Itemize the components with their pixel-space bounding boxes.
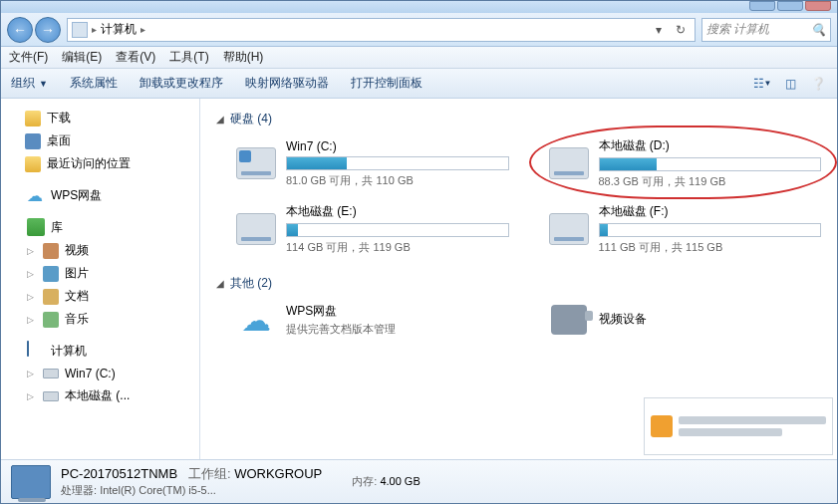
drive-item[interactable]: 本地磁盘 (D:)88.3 GB 可用，共 119 GB bbox=[549, 137, 822, 189]
sidebar-item-drive-d[interactable]: ▷本地磁盘 (... bbox=[1, 384, 199, 407]
menu-help[interactable]: 帮助(H) bbox=[223, 49, 264, 66]
item-video-device[interactable]: 视频设备 bbox=[549, 302, 822, 338]
drive-icon bbox=[236, 213, 276, 245]
computer-icon bbox=[27, 342, 45, 360]
uninstall-program-button[interactable]: 卸载或更改程序 bbox=[140, 75, 223, 92]
memory-label: 内存: bbox=[352, 475, 377, 487]
forward-button[interactable]: → bbox=[35, 17, 61, 43]
cloud-icon: ☁ bbox=[27, 186, 45, 204]
sidebar-item-pictures[interactable]: ▷图片 bbox=[1, 262, 199, 285]
open-control-panel-button[interactable]: 打开控制面板 bbox=[351, 75, 422, 92]
sidebar-item-computer[interactable]: 计算机 bbox=[1, 339, 199, 363]
section-header-hdd[interactable]: ◢硬盘 (4) bbox=[216, 111, 821, 127]
search-icon: 🔍 bbox=[811, 23, 826, 37]
sidebar-item-label: 计算机 bbox=[51, 343, 87, 360]
sidebar-item-label: 库 bbox=[51, 219, 63, 236]
capacity-bar bbox=[286, 156, 509, 170]
menu-tools[interactable]: 工具(T) bbox=[169, 49, 208, 66]
video-icon bbox=[43, 243, 59, 259]
sidebar-item-desktop[interactable]: 桌面 bbox=[1, 129, 199, 152]
menu-view[interactable]: 查看(V) bbox=[116, 49, 155, 66]
menu-edit[interactable]: 编辑(E) bbox=[62, 49, 102, 66]
sidebar-item-drive-c[interactable]: ▷Win7 (C:) bbox=[1, 363, 199, 384]
section-title: 硬盘 (4) bbox=[230, 111, 272, 127]
desktop-icon bbox=[25, 133, 41, 149]
breadcrumb-computer[interactable]: 计算机 bbox=[101, 21, 137, 38]
item-name: WPS网盘 bbox=[286, 303, 396, 320]
expander-icon[interactable]: ▷ bbox=[27, 369, 37, 378]
computer-icon bbox=[72, 22, 88, 38]
expander-icon[interactable]: ▷ bbox=[27, 292, 37, 302]
expander-icon[interactable]: ▷ bbox=[27, 391, 37, 401]
view-options-button[interactable]: ☷▼ bbox=[753, 75, 771, 93]
drive-item[interactable]: Win7 (C:)81.0 GB 可用，共 110 GB bbox=[236, 137, 509, 189]
recent-icon bbox=[25, 156, 41, 172]
download-icon bbox=[25, 111, 41, 126]
drive-status: 111 GB 可用，共 115 GB bbox=[599, 240, 822, 255]
titlebar bbox=[1, 1, 837, 13]
preview-pane-button[interactable]: ◫ bbox=[781, 75, 799, 93]
expander-icon[interactable]: ▷ bbox=[27, 315, 37, 325]
sidebar-item-music[interactable]: ▷音乐 bbox=[1, 308, 199, 331]
sidebar-item-label: 最近访问的位置 bbox=[47, 155, 131, 172]
cpu-label: 处理器: bbox=[61, 484, 97, 496]
computer-name: PC-20170512TNMB bbox=[61, 466, 177, 481]
collapse-icon: ◢ bbox=[216, 278, 224, 289]
refresh-button[interactable]: ↻ bbox=[671, 20, 691, 40]
drive-status: 88.3 GB 可用，共 119 GB bbox=[599, 174, 822, 189]
drive-name: 本地磁盘 (F:) bbox=[599, 203, 822, 220]
sidebar-item-downloads[interactable]: 下载 bbox=[1, 107, 199, 129]
drive-item[interactable]: 本地磁盘 (E:)114 GB 可用，共 119 GB bbox=[236, 203, 509, 255]
library-icon bbox=[27, 218, 45, 236]
search-input[interactable]: 搜索 计算机 🔍 bbox=[701, 18, 831, 42]
sidebar-item-documents[interactable]: ▷文档 bbox=[1, 285, 199, 308]
annotation-overlay bbox=[644, 397, 833, 455]
item-name: 视频设备 bbox=[599, 311, 647, 328]
drive-icon bbox=[43, 388, 59, 404]
sidebar-item-label: 图片 bbox=[65, 265, 89, 282]
close-button[interactable] bbox=[805, 1, 831, 11]
cloud-icon: ☁ bbox=[236, 302, 276, 338]
back-button[interactable]: ← bbox=[7, 17, 33, 43]
minimize-button[interactable] bbox=[749, 1, 775, 11]
explorer-window: ← → ▸ 计算机 ▸ ▾ ↻ 搜索 计算机 🔍 文件(F) 编辑(E) 查看(… bbox=[0, 0, 838, 504]
address-box[interactable]: ▸ 计算机 ▸ ▾ ↻ bbox=[67, 18, 696, 42]
sidebar-item-label: Win7 (C:) bbox=[65, 367, 116, 380]
search-placeholder: 搜索 计算机 bbox=[706, 21, 769, 38]
capacity-bar bbox=[599, 157, 822, 171]
drive-status: 114 GB 可用，共 119 GB bbox=[286, 240, 509, 255]
chevron-right-icon: ▸ bbox=[140, 24, 145, 35]
capacity-bar bbox=[599, 223, 822, 237]
drive-icon bbox=[549, 147, 589, 179]
expander-icon[interactable]: ▷ bbox=[27, 246, 37, 256]
sidebar-item-label: WPS网盘 bbox=[51, 187, 102, 204]
maximize-button[interactable] bbox=[777, 1, 803, 11]
sidebar-item-wps[interactable]: ☁WPS网盘 bbox=[1, 183, 199, 207]
section-title: 其他 (2) bbox=[230, 275, 272, 292]
workgroup-label: 工作组: bbox=[188, 466, 231, 481]
expander-icon[interactable]: ▷ bbox=[27, 269, 37, 279]
address-bar: ← → ▸ 计算机 ▸ ▾ ↻ 搜索 计算机 🔍 bbox=[1, 13, 837, 47]
details-pane: PC-20170512TNMB 工作组: WORKGROUP 处理器: Inte… bbox=[1, 459, 837, 503]
section-header-other[interactable]: ◢其他 (2) bbox=[216, 275, 821, 292]
system-properties-button[interactable]: 系统属性 bbox=[70, 75, 118, 92]
sidebar-item-libraries[interactable]: 库 bbox=[1, 215, 199, 239]
item-wps-netdisk[interactable]: ☁ WPS网盘 提供完善文档版本管理 bbox=[236, 302, 509, 338]
sidebar-item-label: 视频 bbox=[65, 242, 89, 259]
drive-item[interactable]: 本地磁盘 (F:)111 GB 可用，共 115 GB bbox=[549, 203, 822, 255]
organize-button[interactable]: 组织▼ bbox=[11, 75, 48, 92]
menu-file[interactable]: 文件(F) bbox=[9, 49, 48, 66]
sidebar-item-video[interactable]: ▷视频 bbox=[1, 239, 199, 262]
dropdown-history-button[interactable]: ▾ bbox=[649, 20, 669, 40]
sidebar-item-recent[interactable]: 最近访问的位置 bbox=[1, 152, 199, 175]
map-network-drive-button[interactable]: 映射网络驱动器 bbox=[245, 75, 329, 92]
drive-icon bbox=[549, 213, 589, 245]
sidebar-item-label: 音乐 bbox=[65, 311, 89, 328]
music-icon bbox=[43, 312, 59, 328]
sidebar-item-label: 下载 bbox=[47, 110, 71, 126]
picture-icon bbox=[43, 266, 59, 282]
memory-value: 4.00 GB bbox=[380, 475, 419, 487]
drive-name: 本地磁盘 (E:) bbox=[286, 203, 509, 220]
help-icon[interactable]: ❔ bbox=[809, 75, 827, 93]
document-icon bbox=[43, 289, 59, 305]
